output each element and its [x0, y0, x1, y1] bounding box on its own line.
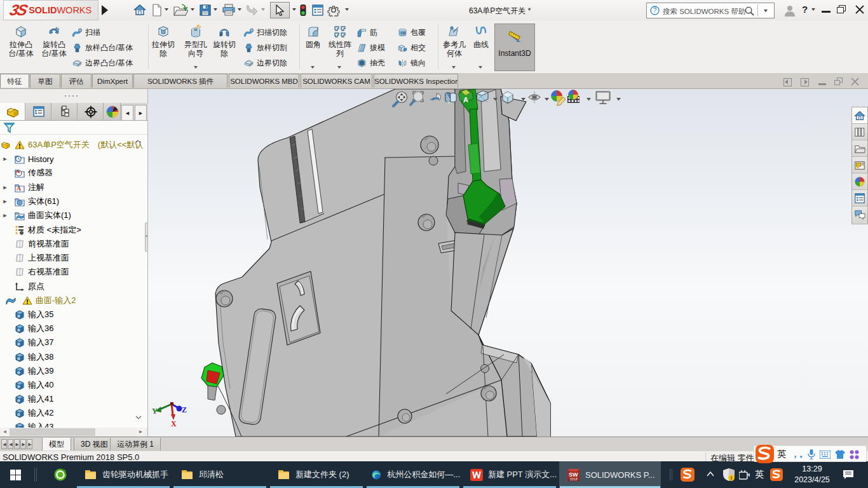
svg-text:X: X — [171, 419, 177, 428]
svg-text:A: A — [17, 185, 22, 192]
svg-text:A: A — [463, 96, 468, 104]
svg-text:?: ? — [653, 7, 657, 14]
svg-text:Y: Y — [152, 407, 158, 416]
svg-text:!: ! — [730, 475, 732, 481]
svg-text:2018: 2018 — [570, 477, 578, 481]
svg-text:Z: Z — [182, 405, 187, 414]
